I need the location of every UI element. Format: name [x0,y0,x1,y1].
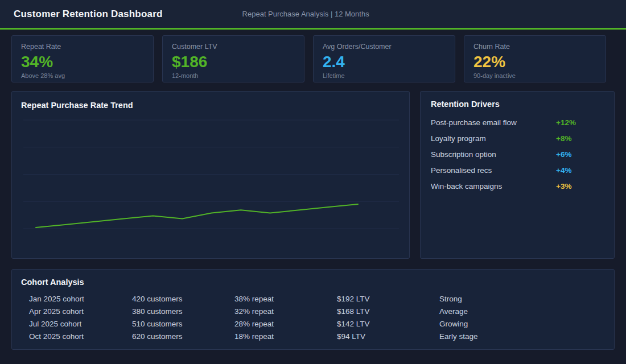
cohort-cell-name: Jul 2025 cohort [29,320,132,328]
cohort-row-jul-2025: Jul 2025 cohort 510 customers 28% repeat… [29,317,605,330]
kpi-card-avg-orders: Avg Orders/Customer 2.4 Lifetime [313,35,455,82]
driver-value: +3% [556,182,604,191]
driver-value: +6% [556,150,604,159]
cohort-cell-status: Average [439,307,605,316]
driver-row-subscription-option: Subscription option +6% [431,146,604,162]
kpi-card-churn-rate: Churn Rate 22% 90-day inactive [464,35,606,82]
cohort-analysis-panel: Cohort Analysis Jan 2025 cohort 420 cust… [11,269,615,350]
kpi-value: 22% [473,53,596,71]
kpi-subtext: 90-day inactive [473,72,596,79]
trend-chart-title: Repeat Purchase Rate Trend [12,92,409,110]
driver-label: Loyalty program [431,134,556,143]
cohort-cell-status: Strong [439,295,605,303]
driver-value: +8% [556,134,604,143]
cohort-row-jan-2025: Jan 2025 cohort 420 customers 38% repeat… [29,292,605,305]
header: Customer Retention Dashboard Repeat Purc… [0,0,626,30]
cohort-cell-status: Growing [439,320,605,328]
cohort-cell-customers: 420 customers [132,295,234,303]
kpi-value: $186 [172,53,295,71]
kpi-card-repeat-rate: Repeat Rate 34% Above 28% avg [11,35,154,82]
cohort-panel-title: Cohort Analysis [21,278,605,287]
kpi-value: 2.4 [323,53,446,71]
cohort-cell-repeat: 28% repeat [234,320,337,328]
kpi-label: Avg Orders/Customer [323,43,446,51]
cohort-cell-status: Early stage [439,332,605,341]
trend-chart-panel: Repeat Purchase Rate Trend [11,91,410,259]
kpi-value: 34% [21,53,144,71]
retention-drivers-panel: Retention Drivers Post-purchase email fl… [420,91,615,259]
driver-label: Win-back campaigns [431,182,556,191]
kpi-subtext: Above 28% avg [21,72,144,79]
driver-label: Personalised recs [431,166,556,175]
driver-value: +12% [556,118,604,127]
page-title: Customer Retention Dashboard [14,9,163,20]
driver-label: Post-purchase email flow [431,118,556,127]
kpi-subtext: Lifetime [323,72,446,79]
header-subtitle: Repeat Purchase Analysis | 12 Months [242,10,369,18]
cohort-cell-ltv: $142 LTV [337,320,439,328]
cohort-row-oct-2025: Oct 2025 cohort 620 customers 18% repeat… [29,330,605,342]
driver-row-personalised-recs: Personalised recs +4% [431,162,604,178]
kpi-subtext: 12-month [172,72,295,79]
kpi-label: Churn Rate [473,43,596,51]
cohort-row-apr-2025: Apr 2025 cohort 380 customers 32% repeat… [29,305,605,317]
kpi-label: Repeat Rate [21,43,144,51]
kpi-card-customer-ltv: Customer LTV $186 12-month [162,35,304,82]
cohort-cell-ltv: $168 LTV [337,307,439,316]
cohort-cell-customers: 380 customers [132,307,234,316]
cohort-table: Jan 2025 cohort 420 customers 38% repeat… [21,292,605,342]
driver-row-post-purchase-email: Post-purchase email flow +12% [431,114,604,130]
cohort-cell-repeat: 38% repeat [234,295,337,303]
cohort-cell-name: Oct 2025 cohort [29,332,132,341]
driver-label: Subscription option [431,150,556,159]
cohort-cell-repeat: 32% repeat [234,307,337,316]
kpi-row: Repeat Rate 34% Above 28% avg Customer L… [11,35,615,82]
drivers-panel-title: Retention Drivers [431,100,604,109]
cohort-cell-customers: 510 customers [132,320,234,328]
cohort-cell-name: Apr 2025 cohort [29,307,132,316]
kpi-label: Customer LTV [172,43,295,51]
cohort-cell-repeat: 18% repeat [234,332,337,341]
driver-row-loyalty-program: Loyalty program +8% [431,130,604,146]
cohort-cell-ltv: $192 LTV [337,295,439,303]
cohort-cell-customers: 620 customers [132,332,234,341]
cohort-cell-ltv: $94 LTV [337,332,439,341]
middle-row: Repeat Purchase Rate Trend Retention Dri… [11,91,615,259]
driver-value: +4% [556,166,604,175]
cohort-cell-name: Jan 2025 cohort [29,295,132,303]
trend-line-chart [12,92,410,259]
driver-row-win-back-campaigns: Win-back campaigns +3% [431,178,604,194]
